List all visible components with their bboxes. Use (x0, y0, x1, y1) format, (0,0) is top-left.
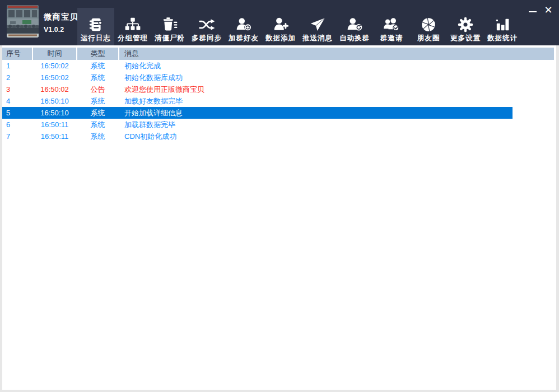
cell-seq: 7 (2, 130, 32, 142)
cell-type: 系统 (77, 119, 118, 130)
toolbar-item-label: 分组管理 (118, 35, 148, 42)
person-add-circle-icon (235, 16, 252, 33)
cell-time: 16:50:10 (33, 95, 76, 107)
app-title-block: 微商宝贝 V1.0.2 (44, 12, 78, 34)
column-header-message[interactable]: 消息 (119, 48, 554, 60)
table-row[interactable]: 116:50:02系统初始化完成 (2, 60, 554, 72)
toolbar: 微商宝贝 V1.0.2 运行日志分组管理清僵尸粉多群同步加群好友数据添加推送消息… (0, 0, 559, 45)
toolbar-item-label: 数据添加 (265, 35, 296, 42)
column-header-time[interactable]: 时间 (33, 48, 76, 60)
toolbar-item-8[interactable]: 群邀请 (373, 8, 410, 45)
cell-type: 系统 (77, 107, 118, 119)
cell-message: 欢迎您使用正版微商宝贝 (119, 83, 554, 95)
toolbar-items: 运行日志分组管理清僵尸粉多群同步加群好友数据添加推送消息自动换群群邀请朋友圈更多… (77, 0, 521, 45)
table-row[interactable]: 416:50:10系统加载好友数据完毕 (2, 95, 554, 107)
toolbar-item-9[interactable]: 朋友圈 (410, 8, 447, 45)
cell-message: 初始化完成 (119, 60, 554, 72)
cell-type: 系统 (77, 72, 118, 83)
paper-plane-icon (309, 16, 326, 33)
toolbar-item-label: 更多设置 (450, 35, 481, 42)
cell-type: 系统 (77, 95, 118, 107)
cell-time: 16:50:11 (33, 130, 76, 142)
toolbar-item-label: 朋友圈 (417, 35, 440, 42)
toolbar-item-label: 清僵尸粉 (155, 35, 185, 42)
toolbar-item-label: 数据统计 (487, 35, 518, 42)
toolbar-item-label: 自动换群 (339, 35, 370, 42)
toolbar-item-7[interactable]: 自动换群 (336, 8, 373, 45)
cell-message: 加载好友数据完毕 (119, 95, 554, 107)
table-row[interactable]: 516:50:10系统开始加载详细信息 (2, 107, 554, 119)
toolbar-item-label: 推送消息 (302, 35, 333, 42)
log-table: 序号 时间 类型 消息 116:50:02系统初始化完成216:50:02系统初… (2, 48, 554, 142)
cell-seq: 2 (2, 72, 32, 83)
table-row[interactable]: 316:50:02公告欢迎您使用正版微商宝贝 (2, 83, 554, 95)
cell-seq: 3 (2, 83, 32, 95)
trash-clean-icon (161, 16, 178, 33)
toolbar-item-label: 多群同步 (192, 35, 222, 42)
cell-time: 16:50:02 (33, 83, 76, 95)
cell-time: 16:50:02 (33, 72, 76, 83)
cell-type: 系统 (77, 60, 118, 72)
gear-icon (457, 16, 474, 33)
toolbar-item-label: 运行日志 (81, 35, 111, 42)
person-refresh-icon (346, 16, 363, 33)
shuffle-sync-icon (198, 16, 215, 33)
toolbar-item-label: 群邀请 (380, 35, 403, 42)
log-table-header: 序号 时间 类型 消息 (2, 48, 554, 60)
toolbar-item-11[interactable]: 数据统计 (484, 8, 521, 45)
window-border-bottom (0, 390, 559, 392)
cell-message: 初始化数据库成功 (119, 72, 554, 83)
log-icon (87, 16, 104, 33)
app-version: V1.0.2 (44, 26, 78, 34)
aperture-icon (420, 16, 437, 33)
cell-seq: 6 (2, 119, 32, 130)
app-logo (7, 5, 39, 38)
cell-time: 16:50:02 (33, 60, 76, 72)
minimize-button[interactable] (525, 3, 540, 17)
cell-message: CDN初始化成功 (119, 130, 554, 142)
toolbar-item-10[interactable]: 更多设置 (447, 8, 484, 45)
column-header-type[interactable]: 类型 (77, 48, 118, 60)
toolbar-item-5[interactable]: 数据添加 (262, 8, 299, 45)
close-icon: ✕ (544, 5, 552, 15)
log-table-body: 116:50:02系统初始化完成216:50:02系统初始化数据库成功316:5… (2, 60, 554, 142)
toolbar-item-3[interactable]: 多群同步 (188, 8, 225, 45)
toolbar-item-0[interactable]: 运行日志 (77, 8, 114, 45)
cell-time: 16:50:11 (33, 119, 76, 130)
cell-type: 公告 (77, 83, 118, 95)
minimize-icon (529, 11, 537, 12)
window-border-right (556, 45, 559, 392)
cell-seq: 4 (2, 95, 32, 107)
toolbar-item-2[interactable]: 清僵尸粉 (151, 8, 188, 45)
close-button[interactable]: ✕ (541, 3, 556, 17)
toolbar-item-6[interactable]: 推送消息 (299, 8, 336, 45)
cell-seq: 1 (2, 60, 32, 72)
cell-time: 16:50:10 (33, 107, 76, 119)
cell-type: 系统 (77, 130, 118, 142)
table-row[interactable]: 716:50:11系统CDN初始化成功 (2, 130, 554, 142)
table-row[interactable]: 616:50:11系统加载群数据完毕 (2, 119, 554, 130)
cell-seq: 5 (2, 107, 32, 119)
person-plus-icon (272, 16, 289, 33)
table-row[interactable]: 216:50:02系统初始化数据库成功 (2, 72, 554, 83)
cell-message: 加载群数据完毕 (119, 119, 554, 130)
column-header-seq[interactable]: 序号 (2, 48, 32, 60)
toolbar-item-1[interactable]: 分组管理 (114, 8, 151, 45)
people-check-icon (383, 16, 400, 33)
toolbar-item-label: 加群好友 (229, 35, 259, 42)
org-chart-icon (124, 16, 141, 33)
bar-chart-icon (494, 16, 511, 33)
toolbar-item-4[interactable]: 加群好友 (225, 8, 262, 45)
cell-message: 开始加载详细信息 (119, 107, 554, 119)
app-name: 微商宝贝 (44, 12, 78, 22)
